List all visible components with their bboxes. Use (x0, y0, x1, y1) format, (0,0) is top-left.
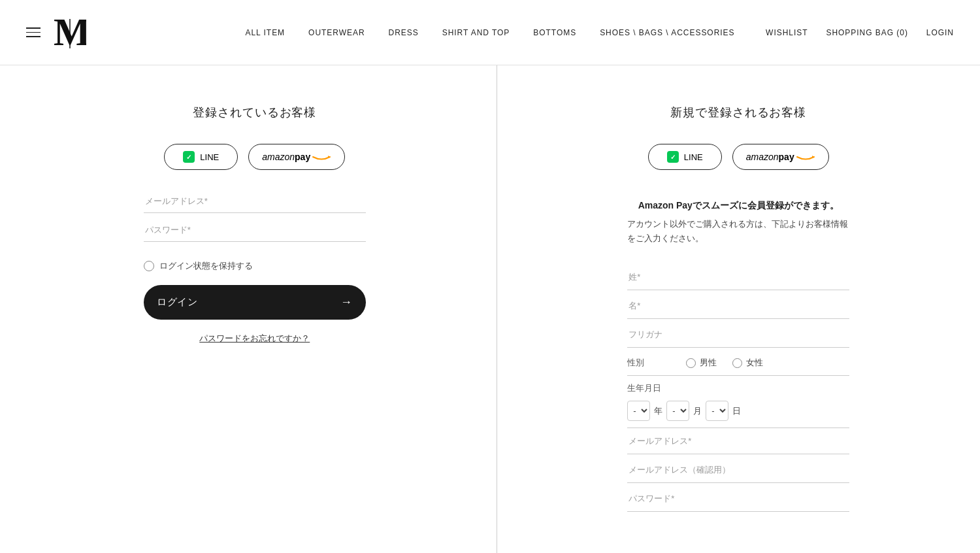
login-panel-title: 登録されているお客様 (193, 105, 316, 120)
furigana-input[interactable] (627, 322, 849, 348)
amazon-subinfo-text: アカウント以外でご購入される方は、下記よりお客様情報をご入力ください。 (627, 217, 849, 246)
register-password-group (627, 486, 849, 512)
birthday-year-select[interactable]: - (627, 401, 650, 421)
shopping-bag-link[interactable]: SHOPPING BAG (0) (826, 28, 907, 37)
login-social-buttons: ✓ LINE amazonpay (164, 144, 345, 170)
nav-outerwear[interactable]: OUTERWEAR (308, 28, 365, 37)
birthday-row: 生年月日 - 年 - 月 - 日 (627, 376, 849, 428)
login-link[interactable]: LOGIN (926, 28, 954, 37)
birthday-label: 生年月日 (627, 382, 849, 394)
line-icon: ✓ (183, 151, 195, 163)
nav-dress[interactable]: DRESS (389, 28, 419, 37)
register-panel-title: 新規で登録されるお客様 (670, 105, 806, 120)
line-icon-register: ✓ (667, 151, 679, 163)
nav-shoes-bags[interactable]: SHOES \ BAGS \ ACCESSORIES (600, 28, 734, 37)
wishlist-link[interactable]: WISHLIST (766, 28, 808, 37)
password-input[interactable] (144, 218, 366, 242)
register-line-button[interactable]: ✓ LINE (648, 144, 722, 170)
nav-shirt-and-top[interactable]: SHIRT AND TOP (442, 28, 510, 37)
remember-me-row: ログイン状態を保持する (144, 260, 366, 272)
birthday-selects: - 年 - 月 - 日 (627, 401, 849, 421)
hamburger-menu[interactable] (26, 27, 41, 37)
gender-male-option[interactable]: 男性 (686, 357, 717, 369)
email-form-group (144, 190, 366, 213)
remember-me-label: ログイン状態を保持する (159, 260, 253, 272)
amazon-text-register: amazonpay (746, 151, 815, 163)
header-actions: WISHLIST SHOPPING BAG (0) LOGIN (766, 28, 954, 37)
register-email-confirm-group (627, 457, 849, 483)
amazon-info-text: Amazon Payでスムーズに会員登録ができます。 (638, 200, 839, 212)
month-unit: 月 (693, 405, 702, 417)
first-name-input[interactable] (627, 293, 849, 319)
register-email-confirm-input[interactable] (627, 457, 849, 483)
remember-me-radio[interactable] (144, 261, 154, 271)
register-line-label: LINE (684, 152, 703, 162)
register-amazon-button[interactable]: amazonpay (732, 144, 829, 170)
nav-all-item[interactable]: ALL ITEM (245, 28, 285, 37)
register-panel: 新規で登録されるお客様 ✓ LINE amazonpay Amazon Payで… (497, 65, 981, 553)
furigana-group (627, 322, 849, 348)
gender-female-label: 女性 (746, 357, 763, 369)
password-form-group (144, 218, 366, 242)
nav-bottoms[interactable]: BOTTOMS (533, 28, 576, 37)
gender-male-radio[interactable] (686, 358, 696, 368)
birthday-month-select[interactable]: - (666, 401, 689, 421)
gender-label: 性別 (627, 357, 666, 369)
day-unit: 日 (732, 405, 741, 417)
year-unit: 年 (654, 405, 662, 417)
gender-male-label: 男性 (700, 357, 717, 369)
register-password-input[interactable] (627, 486, 849, 512)
last-name-input[interactable] (627, 264, 849, 290)
login-line-label: LINE (200, 152, 219, 162)
login-submit-button[interactable]: ログイン → (144, 285, 366, 320)
login-arrow-icon: → (340, 295, 353, 309)
login-btn-label: ログイン (157, 296, 198, 309)
register-social-buttons: ✓ LINE amazonpay (648, 144, 829, 170)
login-line-button[interactable]: ✓ LINE (164, 144, 238, 170)
site-logo: M (54, 9, 86, 56)
first-name-group (627, 293, 849, 319)
gender-row: 性別 男性 女性 (627, 350, 849, 376)
login-amazon-button[interactable]: amazonpay (248, 144, 345, 170)
last-name-group (627, 264, 849, 290)
birthday-day-select[interactable]: - (706, 401, 728, 421)
amazon-text: amazonpay (262, 151, 331, 163)
login-panel: 登録されているお客様 ✓ LINE amazonpay ログイン状態を保持する … (0, 65, 497, 553)
gender-female-radio[interactable] (732, 358, 742, 368)
email-input[interactable] (144, 190, 366, 213)
register-email-input[interactable] (627, 428, 849, 454)
register-email-group (627, 428, 849, 454)
gender-female-option[interactable]: 女性 (732, 357, 763, 369)
main-nav: ALL ITEM OUTERWEAR DRESS SHIRT AND TOP B… (245, 28, 734, 37)
gender-options: 男性 女性 (686, 357, 763, 369)
forgot-password-link[interactable]: パスワードをお忘れですか？ (199, 333, 310, 344)
register-form: 性別 男性 女性 生年月日 - (627, 264, 849, 514)
